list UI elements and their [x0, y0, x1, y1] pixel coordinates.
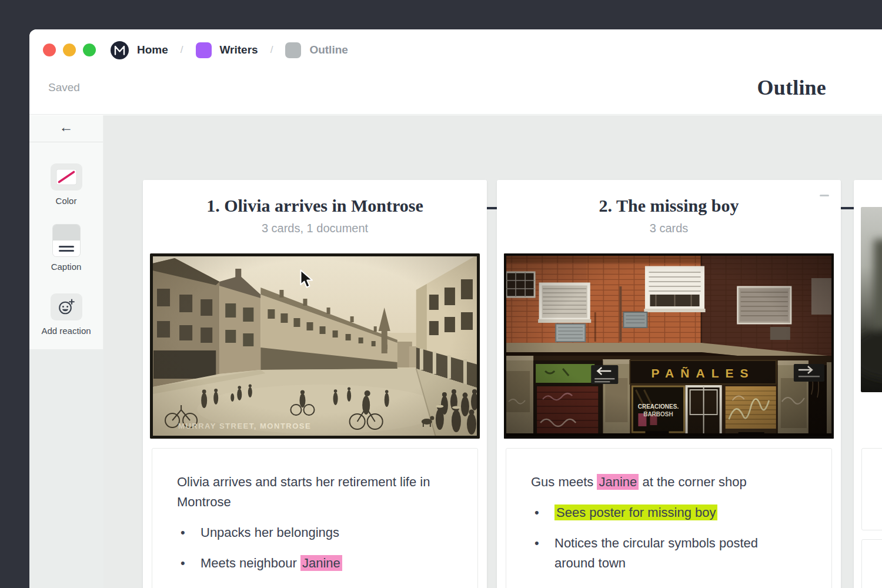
- highlight-pink: Janine: [300, 555, 342, 571]
- back-button[interactable]: ←: [29, 119, 103, 135]
- image-card-partial[interactable]: [861, 207, 882, 392]
- highlight-pink: Janine: [597, 474, 639, 490]
- smiley-plus-icon: [58, 298, 75, 316]
- column-subtitle: 3 cards, 1 document: [143, 220, 487, 236]
- note-paragraph: Olivia arrives and starts her retirement…: [177, 472, 446, 512]
- board-canvas[interactable]: 1. Olivia arrives in Montrose 3 cards, 1…: [103, 115, 882, 588]
- note-card-olivia[interactable]: Olivia arrives and starts her retirement…: [152, 448, 478, 588]
- note-bullet-list: Sees poster for missing boy Notices the …: [531, 503, 800, 573]
- breadcrumb: Home / Writers / Outline: [111, 39, 348, 61]
- tool-caption: Caption: [29, 225, 103, 272]
- save-status: Saved: [48, 81, 80, 94]
- partial-photo: [861, 207, 882, 392]
- note-bullet: Sees poster for missing boy: [531, 503, 800, 523]
- divider: [29, 142, 103, 142]
- breadcrumb-separator: /: [181, 44, 183, 56]
- close-window-button[interactable]: [43, 44, 56, 56]
- breadcrumb-separator: /: [270, 44, 273, 56]
- tool-label-add-reaction: Add reaction: [29, 326, 103, 336]
- note-card-gus[interactable]: Gus meets Janine at the corner shop Sees…: [506, 448, 832, 588]
- page-title[interactable]: Outline: [757, 75, 826, 100]
- breadcrumb-outline[interactable]: Outline: [285, 42, 348, 58]
- montrose-street-photo: MURRAY STREET, MONTROSE: [150, 253, 480, 439]
- traffic-lights: [43, 44, 96, 56]
- app-window: Home / Writers / Outline Saved Outline ←: [29, 29, 882, 588]
- column-title[interactable]: 2. The missing boy: [497, 194, 841, 218]
- toolbar-sidebar: ← Color: [29, 115, 103, 588]
- column-subtitle: 3 cards: [497, 220, 841, 236]
- breadcrumb-home-label: Home: [137, 44, 168, 56]
- note-bullet: Notices the circular symbols posted arou…: [531, 533, 800, 573]
- highlight-green: Sees poster for missing boy: [554, 505, 717, 520]
- tool-panel: ← Color: [29, 115, 103, 349]
- tool-add-reaction: Add reaction: [29, 293, 103, 336]
- main-area: ← Color: [29, 115, 882, 588]
- breadcrumb-writers-label: Writers: [220, 44, 258, 56]
- board-icon-purple: [196, 42, 212, 58]
- column-card-3[interactable]: [854, 180, 882, 588]
- image-card-montrose[interactable]: MURRAY STREET, MONTROSE: [150, 253, 480, 439]
- image-card-corner-shop[interactable]: PAÑALES CREACIONES. BARBOSH: [504, 253, 834, 439]
- milanote-logo-icon: [111, 41, 129, 59]
- tool-label-color: Color: [29, 196, 103, 206]
- column-header: [854, 180, 882, 194]
- minimize-window-button[interactable]: [63, 44, 76, 56]
- color-tool-button[interactable]: [51, 163, 82, 191]
- column-header: 1. Olivia arrives in Montrose 3 cards, 1…: [143, 180, 487, 236]
- tool-color: Color: [29, 163, 103, 206]
- zoom-window-button[interactable]: [83, 44, 96, 56]
- column-card-2[interactable]: 2. The missing boy 3 cards: [497, 180, 841, 588]
- column-header: 2. The missing boy 3 cards: [497, 180, 841, 236]
- connector-line: [840, 207, 855, 209]
- add-reaction-button[interactable]: [51, 293, 82, 320]
- breadcrumb-writers[interactable]: Writers: [196, 42, 258, 58]
- note-paragraph: Gus meets Janine at the corner shop: [531, 472, 800, 492]
- collapse-column-button[interactable]: [820, 195, 829, 196]
- breadcrumb-outline-label: Outline: [309, 44, 348, 56]
- connector-line: [486, 207, 498, 209]
- caption-icon: [53, 225, 80, 256]
- breadcrumb-home[interactable]: Home: [111, 41, 168, 59]
- note-bullet: Unpacks her belongings: [177, 523, 446, 543]
- caption-tool-button[interactable]: [53, 225, 80, 256]
- color-swatch-icon: [56, 169, 77, 185]
- tool-label-caption: Caption: [29, 262, 103, 272]
- corner-shop-photo: PAÑALES CREACIONES. BARBOSH: [504, 253, 834, 439]
- note-card-partial[interactable]: [861, 448, 882, 530]
- board-icon-gray: [285, 42, 301, 58]
- window-header: Home / Writers / Outline Saved Outline: [29, 29, 882, 115]
- note-bullet: Meets neighbour Janine: [177, 553, 446, 573]
- column-card-1[interactable]: 1. Olivia arrives in Montrose 3 cards, 1…: [143, 180, 487, 588]
- column-title[interactable]: 1. Olivia arrives in Montrose: [143, 194, 487, 218]
- note-bullet-list: Unpacks her belongings Meets neighbour J…: [177, 523, 446, 573]
- note-card-partial[interactable]: [861, 539, 882, 588]
